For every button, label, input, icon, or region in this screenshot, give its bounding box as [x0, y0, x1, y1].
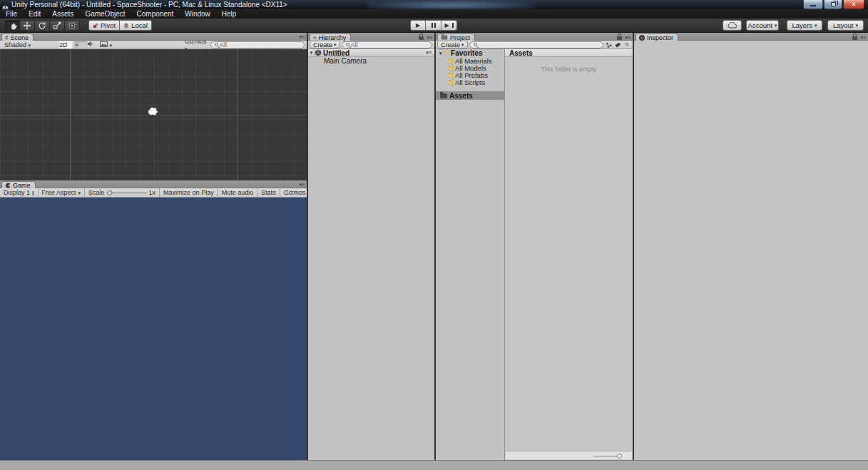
- 2d-toggle[interactable]: 2D: [59, 41, 72, 48]
- save-search-icon[interactable]: ★: [624, 41, 630, 48]
- project-folders-column: ▼ ★ Favorites ★ All Materials ★ All Mode…: [436, 49, 504, 460]
- menu-help[interactable]: Help: [216, 9, 242, 19]
- project-tabstrip: Project ▾≡: [436, 33, 633, 41]
- favorite-all-models[interactable]: ★ All Models: [436, 64, 504, 71]
- tab-scene[interactable]: # Scene: [1, 34, 34, 41]
- game-tab-icon: [5, 183, 11, 188]
- search-by-type-icon[interactable]: [606, 42, 612, 48]
- menu-assets[interactable]: Assets: [46, 9, 79, 19]
- tab-hierarchy[interactable]: ≡ Hierarchy: [310, 34, 351, 41]
- hand-tool-button[interactable]: [5, 20, 20, 31]
- scene-header-row[interactable]: ▼ Untitled ▾≡: [308, 49, 434, 57]
- project-create-button[interactable]: Create ▾: [437, 41, 468, 48]
- thumbnail-size-strip: [506, 451, 632, 459]
- selector-icon: ▴▾: [32, 190, 34, 195]
- lock-icon[interactable]: [617, 36, 622, 40]
- menu-gameobject[interactable]: GameObject: [79, 9, 131, 19]
- panel-menu-icon[interactable]: ▾≡: [299, 182, 305, 187]
- menu-edit[interactable]: Edit: [23, 9, 46, 19]
- search-icon: [346, 43, 349, 46]
- step-icon: ▶: [444, 20, 449, 31]
- local-label: Local: [131, 21, 148, 29]
- step-button[interactable]: ▶: [441, 20, 457, 31]
- favorite-all-prefabs[interactable]: ★ All Prefabs: [436, 71, 504, 78]
- menu-file[interactable]: File: [0, 9, 23, 19]
- layout-dropdown[interactable]: Layout ▾: [827, 20, 864, 31]
- project-contents-pane: Assets This folder is empty: [504, 49, 633, 460]
- cloud-button[interactable]: [723, 20, 742, 31]
- scene-tab-icon: #: [5, 34, 8, 41]
- tab-project[interactable]: Project: [437, 34, 475, 41]
- favorites-header[interactable]: ▼ ★ Favorites: [436, 49, 504, 57]
- pause-button[interactable]: [426, 20, 441, 31]
- scale-slider[interactable]: Scale 1x: [85, 188, 159, 198]
- render-mode-dropdown[interactable]: Shaded ▾: [1, 41, 57, 48]
- scene-menu-icon[interactable]: ▾≡: [426, 50, 432, 56]
- project-search-input[interactable]: [469, 41, 603, 48]
- menu-window[interactable]: Window: [179, 9, 216, 19]
- hierarchy-item-main-camera[interactable]: Main Camera: [308, 57, 434, 65]
- scale-tool-button[interactable]: [50, 20, 65, 31]
- window-title: Unity Personal (64bit) - Untitled - Spac…: [11, 0, 287, 9]
- restore-button[interactable]: [824, 0, 842, 9]
- mute-audio-toggle[interactable]: Mute audio: [218, 188, 257, 198]
- display-dropdown[interactable]: Display 1 ▴▾: [0, 188, 39, 198]
- search-by-label-icon[interactable]: [615, 42, 621, 47]
- chevron-down-icon: ▾: [815, 23, 817, 28]
- scene-toolbar: Shaded ▾ 2D ☀ ▾ Gizmos ▾ A: [0, 41, 307, 49]
- inspector-panel: i Inspector ▾≡: [634, 33, 868, 460]
- minimize-button[interactable]: [803, 0, 823, 9]
- panel-menu-icon[interactable]: ▾≡: [860, 35, 866, 40]
- scene-search-input[interactable]: All: [210, 41, 305, 48]
- expander-icon[interactable]: ▼: [308, 51, 315, 55]
- menu-component[interactable]: Component: [131, 9, 180, 19]
- play-button[interactable]: ▶: [410, 20, 426, 31]
- chevron-down-icon: ▾: [461, 42, 464, 47]
- chevron-down-icon: ▾: [78, 190, 81, 195]
- rect-tool-button[interactable]: [65, 20, 80, 31]
- local-button[interactable]: Local: [120, 20, 152, 31]
- scene-effects-dropdown[interactable]: ▾: [100, 41, 117, 48]
- scale-slider-track[interactable]: [107, 193, 147, 193]
- rect-icon: [68, 21, 76, 30]
- scene-lighting-toggle[interactable]: ☀: [74, 41, 87, 48]
- move-tool-button[interactable]: [20, 20, 35, 31]
- close-button[interactable]: ×: [843, 0, 864, 9]
- aspect-label: Free Aspect: [42, 189, 76, 196]
- aspect-dropdown[interactable]: Free Aspect ▾: [39, 188, 86, 198]
- tab-inspector[interactable]: i Inspector: [635, 34, 678, 41]
- scale-slider-knob[interactable]: [107, 190, 112, 195]
- hierarchy-tabstrip: ≡ Hierarchy ▾≡: [308, 33, 434, 41]
- favorite-all-materials[interactable]: ★ All Materials: [436, 57, 504, 64]
- status-bar: [0, 460, 868, 470]
- background-window-ghost: [367, 0, 535, 9]
- lock-icon[interactable]: [852, 36, 857, 40]
- hierarchy-search-input[interactable]: All: [342, 41, 432, 48]
- rotate-tool-button[interactable]: [35, 20, 50, 31]
- assets-folder-row[interactable]: Assets: [436, 91, 504, 100]
- maximize-on-play-toggle[interactable]: Maximize on Play: [159, 188, 218, 198]
- sun-icon: ☀: [74, 42, 79, 48]
- scene-audio-toggle[interactable]: [87, 41, 100, 48]
- account-dropdown[interactable]: Account ▾: [746, 20, 779, 31]
- lock-icon[interactable]: [419, 36, 424, 40]
- game-viewport[interactable]: [0, 198, 307, 460]
- stats-toggle[interactable]: Stats: [257, 188, 280, 198]
- inspector-body: [634, 41, 868, 460]
- tab-game[interactable]: Game: [1, 181, 36, 188]
- scene-viewport[interactable]: [0, 49, 307, 180]
- pivot-button[interactable]: Pivot: [88, 20, 120, 31]
- search-icon: [474, 43, 477, 46]
- panel-menu-icon[interactable]: ▾≡: [427, 35, 432, 40]
- panel-menu-icon[interactable]: ▾≡: [625, 35, 630, 40]
- thumbnail-slider-track[interactable]: [593, 456, 619, 456]
- panel-menu-icon[interactable]: ▾≡: [299, 34, 305, 39]
- hierarchy-create-button[interactable]: Create ▾: [310, 41, 340, 48]
- camera-gizmo-icon[interactable]: [146, 106, 160, 118]
- thumbnail-slider-knob[interactable]: [617, 454, 622, 459]
- expander-icon[interactable]: ▼: [437, 51, 444, 56]
- favorite-all-scripts[interactable]: ★ All Scripts: [436, 78, 504, 86]
- restore-icon: [831, 2, 836, 6]
- chevron-down-icon: ▾: [856, 23, 859, 28]
- layers-dropdown[interactable]: Layers ▾: [787, 20, 822, 31]
